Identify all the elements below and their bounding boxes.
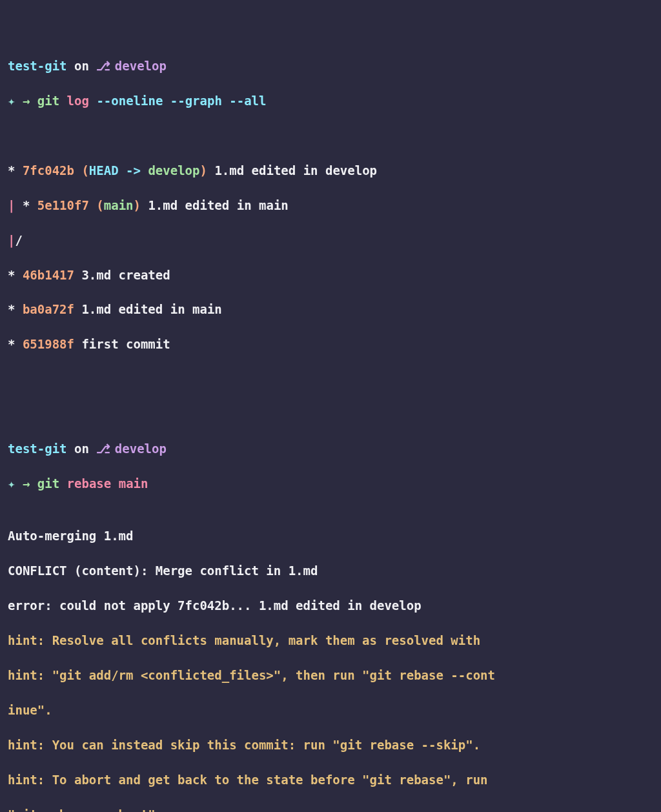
- branch-icon: ⎇: [96, 57, 107, 75]
- arrow-icon: →: [23, 94, 30, 108]
- git-log-line: * ba0a72f 1.md edited in main: [8, 301, 653, 318]
- blank-line: [8, 370, 653, 388]
- hint-line: hint: "git add/rm <conflicted_files>", t…: [8, 667, 653, 684]
- command-line: ✦ → git log --oneline --graph --all: [8, 92, 653, 110]
- star-icon: ✦: [8, 94, 15, 108]
- branch-name: develop: [115, 59, 167, 73]
- git-log-line: | * 5e110f7 (main) 1.md edited in main: [8, 197, 653, 214]
- branch-icon: ⎇: [96, 440, 107, 458]
- command-line: ✦ → git rebase main: [8, 475, 653, 492]
- git-graph-line: |/: [8, 232, 653, 249]
- terminal-output[interactable]: test-git on ⎇ develop ✦ → git log --onel…: [0, 0, 661, 812]
- git-log-line: * 7fc042b (HEAD -> develop) 1.md edited …: [8, 162, 653, 179]
- prompt-dir: test-git: [8, 59, 67, 73]
- hint-line: hint: Resolve all conflicts manually, ma…: [8, 632, 653, 649]
- git-log-line: * 46b1417 3.md created: [8, 267, 653, 284]
- git-log-line: * 651988f first commit: [8, 336, 653, 353]
- output-line: Auto-merging 1.md: [8, 527, 653, 545]
- prompt-line: test-git on ⎇ develop: [8, 57, 653, 75]
- prompt-line: test-git on ⎇ develop: [8, 440, 653, 458]
- output-line: error: could not apply 7fc042b... 1.md e…: [8, 597, 653, 614]
- output-line: CONFLICT (content): Merge conflict in 1.…: [8, 562, 653, 580]
- hint-line: inue".: [8, 702, 653, 719]
- hint-line: hint: To abort and get back to the state…: [8, 771, 653, 789]
- hint-line: "git rebase --abort".: [8, 806, 653, 812]
- hint-line: hint: You can instead skip this commit: …: [8, 736, 653, 754]
